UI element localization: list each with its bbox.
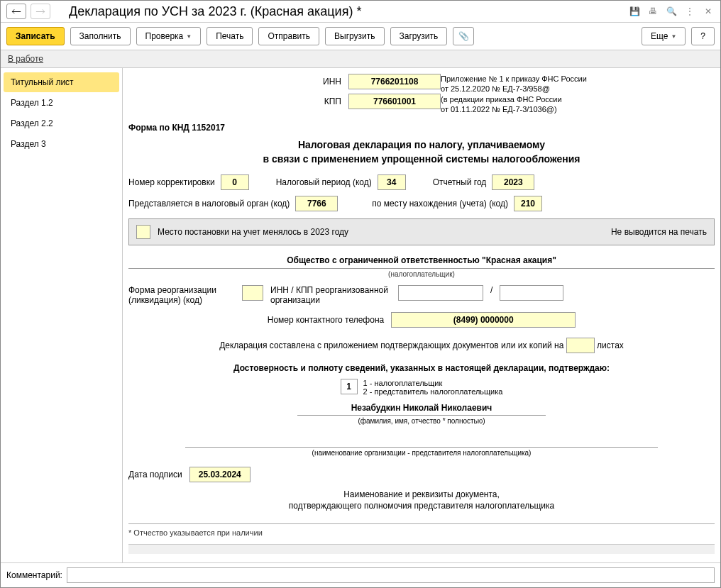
order-reference: Приложение № 1 к приказу ФНС России от 2…: [441, 74, 587, 114]
docs-after: листах: [597, 340, 624, 350]
reorg-code-field[interactable]: [242, 285, 263, 301]
ref-line: от 01.11.2022 № ЕД-7-3/1036@): [441, 104, 587, 114]
organization-name[interactable]: Общество с ограниченной ответственностью…: [128, 255, 715, 269]
reorg-kpp-field[interactable]: [500, 285, 563, 301]
legend-line: 2 - представитель налогоплательщика: [363, 387, 503, 396]
sidebar-item-1-2[interactable]: Раздел 1.2: [4, 93, 119, 113]
reorg-inn-field[interactable]: [398, 285, 483, 301]
year-label: Отчетный год: [433, 177, 487, 187]
organ-label: Представляется в налоговый орган (код): [128, 199, 290, 209]
print-button[interactable]: Печать: [207, 27, 253, 45]
correction-label: Номер корректировки: [128, 177, 215, 187]
content-area[interactable]: ИНН 7766201108 КПП 776601001 Приложение …: [123, 68, 720, 562]
sidebar: Титульный лист Раздел 1.2 Раздел 2.2 Раз…: [1, 68, 123, 562]
doc-auth-line1: Наименование и реквизиты документа,: [128, 489, 715, 499]
fill-button[interactable]: Заполнить: [70, 27, 131, 45]
check-button[interactable]: Проверка▼: [136, 27, 202, 45]
page-title: Налоговая декларация по налогу, уплачива…: [128, 138, 715, 166]
inn-field[interactable]: 7766201108: [348, 74, 441, 89]
check-label: Проверка: [145, 31, 184, 41]
more-label: Еще: [651, 31, 668, 41]
period-field[interactable]: 34: [378, 174, 406, 190]
help-button[interactable]: ?: [691, 27, 715, 45]
sign-date-label: Дата подписи: [128, 470, 182, 479]
phone-label: Номер контактного телефона: [268, 315, 384, 325]
docs-pages-field[interactable]: [566, 338, 595, 353]
doc-auth-line2: подтверждающего полномочия представителя…: [128, 501, 715, 511]
confirm-title: Достоверность и полноту сведений, указан…: [128, 363, 715, 373]
period-label: Налоговый период (код): [276, 177, 372, 187]
registration-changed-checkbox[interactable]: [136, 225, 150, 239]
sidebar-item-3[interactable]: Раздел 3: [4, 134, 119, 154]
rep-org-line[interactable]: [185, 435, 658, 448]
chevron-down-icon: ▼: [186, 33, 192, 40]
title-line: в связи с применением упрощенной системы…: [128, 152, 715, 167]
send-button[interactable]: Отправить: [258, 27, 319, 45]
more-button[interactable]: Еще▼: [642, 27, 686, 45]
status-link[interactable]: В работе: [8, 54, 43, 64]
confirm-legend: 1 - налогоплательщик 2 - представитель н…: [363, 379, 503, 396]
window-title: Декларация по УСН за 2023 г. (Красная ак…: [69, 4, 624, 19]
preview-icon[interactable]: 🔍: [665, 6, 678, 16]
close-icon[interactable]: ✕: [702, 6, 715, 16]
kpp-label: КПП: [324, 96, 341, 106]
place-label: по месту нахождения (учета) (код): [372, 199, 508, 209]
ref-line: от 25.12.2020 № ЕД-7-3/958@: [441, 84, 587, 94]
comment-input[interactable]: [67, 567, 715, 583]
docs-before: Декларация составлена с приложением подт…: [219, 340, 563, 350]
strip-text: Место постановки на учет менялось в 2023…: [158, 227, 348, 237]
back-button[interactable]: 🡐: [6, 4, 26, 19]
more-icon[interactable]: ⋮: [683, 6, 696, 16]
organ-field[interactable]: 7766: [295, 196, 338, 211]
registration-change-strip: Место постановки на учет менялось в 2023…: [128, 218, 715, 245]
year-field[interactable]: 2023: [492, 174, 534, 190]
confirm-code-field[interactable]: 1: [341, 379, 358, 394]
signer-name[interactable]: Незабудкин Николай Николаевич: [297, 403, 546, 416]
download-button[interactable]: Загрузить: [390, 27, 448, 45]
rep-org-sub: (наименование организации - представител…: [128, 449, 715, 457]
upload-button[interactable]: Выгрузить: [325, 27, 385, 45]
slash: /: [490, 285, 492, 295]
sidebar-item-title[interactable]: Титульный лист: [4, 72, 119, 92]
forward-button[interactable]: 🡒: [31, 4, 50, 19]
ref-line: Приложение № 1 к приказу ФНС России: [441, 74, 587, 84]
title-line: Налоговая декларация по налогу, уплачива…: [128, 138, 715, 152]
legend-line: 1 - налогоплательщик: [363, 379, 503, 387]
correction-field[interactable]: 0: [221, 174, 249, 190]
horizontal-scrollbar[interactable]: [128, 544, 715, 554]
chevron-down-icon: ▼: [671, 33, 676, 40]
print-icon[interactable]: 🖶: [646, 6, 659, 16]
inn-label: ИНН: [323, 77, 341, 87]
sidebar-item-2-2[interactable]: Раздел 2.2: [4, 113, 119, 133]
save-button[interactable]: Записать: [6, 27, 65, 45]
attach-button[interactable]: 📎: [453, 27, 474, 45]
form-code: Форма по КНД 1152017: [128, 123, 715, 133]
kpp-field[interactable]: 776601001: [348, 94, 441, 109]
place-field[interactable]: 210: [514, 196, 542, 211]
save-icon[interactable]: 💾: [628, 6, 641, 16]
signer-sub: (фамилия, имя, отчество * полностью): [128, 417, 715, 425]
sign-date-field[interactable]: 25.03.2024: [189, 467, 251, 482]
phone-field[interactable]: (8499) 0000000: [391, 312, 576, 328]
reorg-inn-label: ИНН / КПП реорганизованной организации: [270, 285, 391, 305]
ref-line: (в редакции приказа ФНС России: [441, 94, 587, 104]
strip-right: Не выводится на печать: [611, 227, 707, 237]
reorg-form-label: Форма реорганизации (ликвидация) (код): [128, 285, 235, 305]
comment-label: Комментарий:: [6, 570, 62, 580]
footnote: * Отчество указывается при наличии: [128, 523, 715, 537]
organization-sub: (налогоплательщик): [128, 270, 715, 278]
